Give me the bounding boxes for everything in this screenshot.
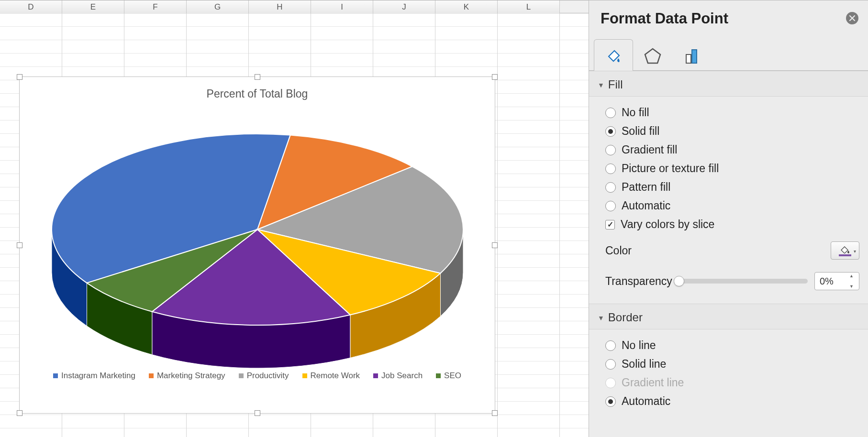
collapse-icon: ▼: [598, 314, 604, 322]
legend-label: Instagram Marketing: [61, 371, 135, 381]
column-header-row: DEFGHIJKL: [0, 0, 589, 13]
spinner-buttons[interactable]: ▲▼: [849, 273, 857, 289]
legend-swatch: [53, 373, 58, 378]
column-header-H[interactable]: H: [249, 0, 311, 14]
radio-icon: [605, 108, 616, 118]
legend-item-3[interactable]: Remote Work: [302, 371, 360, 381]
radio-icon: [605, 359, 616, 370]
radio-solid-line[interactable]: Solid line: [605, 355, 859, 373]
transparency-value: 0%: [820, 276, 834, 287]
chart-container[interactable]: Percent of Total Blog Instagram Marketin…: [19, 76, 495, 414]
resize-handle-top-left[interactable]: [17, 74, 22, 80]
resize-handle-top-mid[interactable]: [255, 74, 260, 80]
column-header-J[interactable]: J: [373, 0, 435, 14]
transparency-slider[interactable]: [679, 279, 808, 284]
radio-no-fill[interactable]: No fill: [605, 103, 859, 122]
section-border-label: Border: [608, 311, 643, 324]
radio-icon: [605, 164, 616, 174]
paint-bucket-icon: [840, 245, 850, 253]
transparency-input[interactable]: 0% ▲▼: [814, 272, 859, 290]
legend-item-1[interactable]: Marketing Strategy: [149, 371, 225, 381]
radio-label: Solid fill: [622, 125, 659, 138]
panel-tab-row: [589, 34, 868, 71]
radio-icon: [605, 182, 616, 193]
color-picker-button[interactable]: ▾: [831, 241, 859, 260]
checkbox-vary-colors[interactable]: Vary colors by slice: [605, 215, 859, 234]
spreadsheet-area: DEFGHIJKL Percent of Total Blog Instagra…: [0, 0, 589, 437]
panel-title-text: Format Data Point: [601, 10, 728, 27]
column-header-G[interactable]: G: [187, 0, 249, 14]
radio-icon: [605, 378, 616, 388]
tab-fill-line[interactable]: [594, 39, 633, 71]
legend-item-4[interactable]: Job Search: [373, 371, 423, 381]
radio-icon: [605, 145, 616, 155]
radio-no-line[interactable]: No line: [605, 336, 859, 355]
radio-label: No line: [622, 339, 656, 352]
resize-handle-mid-right[interactable]: [492, 242, 498, 248]
radio-label: Picture or texture fill: [622, 162, 719, 175]
pentagon-icon: [643, 46, 662, 65]
radio-icon: [605, 126, 616, 137]
section-border-header[interactable]: ▼Border: [589, 304, 868, 329]
radio-solid-fill[interactable]: Solid fill: [605, 122, 859, 141]
transparency-label: Transparency: [605, 275, 672, 288]
radio-icon: [605, 201, 616, 211]
close-panel-button[interactable]: [846, 12, 858, 24]
section-fill-header[interactable]: ▼Fill: [589, 71, 868, 97]
svg-marker-0: [645, 49, 660, 63]
radio-automatic-fill[interactable]: Automatic: [605, 197, 859, 215]
legend-label: Marketing Strategy: [157, 371, 225, 381]
format-panel: Format Data Point ▼Fill No fill So: [589, 0, 868, 437]
svg-rect-2: [692, 50, 697, 63]
panel-title: Format Data Point: [589, 0, 868, 34]
radio-label: Gradient fill: [622, 143, 677, 156]
section-fill-body: No fill Solid fill Gradient fill Picture…: [589, 97, 868, 304]
radio-label: Automatic: [622, 199, 670, 212]
legend-swatch: [302, 373, 307, 378]
resize-handle-bottom-mid[interactable]: [255, 410, 260, 416]
dropdown-caret-icon: ▾: [854, 249, 856, 254]
radio-pattern-fill[interactable]: Pattern fill: [605, 178, 859, 197]
legend-item-0[interactable]: Instagram Marketing: [53, 371, 135, 381]
radio-label: Pattern fill: [622, 181, 670, 194]
resize-handle-top-right[interactable]: [492, 74, 498, 80]
radio-label: No fill: [622, 106, 649, 119]
column-header-K[interactable]: K: [435, 0, 498, 14]
tab-effects[interactable]: [633, 39, 672, 71]
slider-thumb[interactable]: [674, 276, 684, 286]
column-header-L[interactable]: L: [498, 0, 560, 14]
collapse-icon: ▼: [598, 81, 604, 89]
column-header-I[interactable]: I: [311, 0, 373, 14]
legend-swatch: [239, 373, 244, 378]
radio-automatic-line[interactable]: Automatic: [605, 392, 859, 411]
checkbox-icon: [605, 220, 615, 229]
resize-handle-mid-left[interactable]: [17, 242, 22, 248]
radio-gradient-fill[interactable]: Gradient fill: [605, 141, 859, 159]
chart-legend[interactable]: Instagram MarketingMarketing StrategyPro…: [20, 368, 495, 387]
color-label: Color: [605, 244, 632, 257]
resize-handle-bottom-left[interactable]: [17, 410, 22, 416]
radio-gradient-line: Gradient line: [605, 373, 859, 392]
radio-label: Automatic: [622, 395, 670, 408]
tab-size-properties[interactable]: [672, 39, 712, 71]
resize-handle-bottom-right[interactable]: [492, 410, 498, 416]
bar-chart-icon: [682, 46, 701, 65]
legend-swatch: [149, 373, 154, 378]
radio-icon: [605, 340, 616, 351]
radio-label: Solid line: [622, 358, 666, 371]
checkbox-label: Vary colors by slice: [621, 218, 714, 231]
legend-swatch: [436, 373, 441, 378]
column-header-E[interactable]: E: [62, 0, 124, 14]
paint-bucket-icon: [604, 46, 623, 65]
chart-title[interactable]: Percent of Total Blog: [20, 77, 495, 100]
section-fill-label: Fill: [608, 78, 623, 91]
legend-item-2[interactable]: Productivity: [239, 371, 289, 381]
column-header-F[interactable]: F: [124, 0, 187, 14]
legend-swatch: [373, 373, 378, 378]
color-swatch: [839, 254, 851, 256]
legend-item-5[interactable]: SEO: [436, 371, 461, 381]
radio-picture-fill[interactable]: Picture or texture fill: [605, 159, 859, 178]
column-header-D[interactable]: D: [0, 0, 62, 14]
pie-chart[interactable]: [33, 100, 482, 368]
radio-label: Gradient line: [622, 376, 684, 389]
